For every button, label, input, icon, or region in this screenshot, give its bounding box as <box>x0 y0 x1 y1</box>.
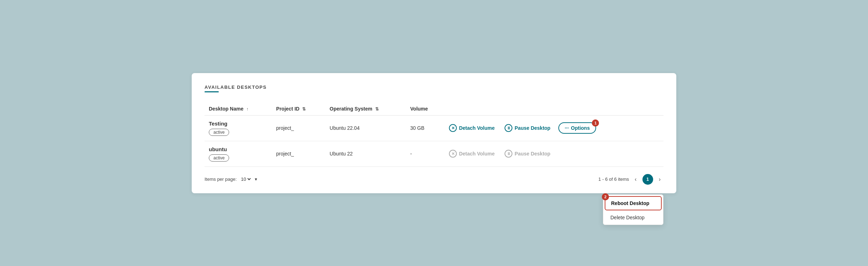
delete-desktop-item[interactable]: Delete Desktop <box>603 210 663 225</box>
items-per-page-select[interactable]: 10 25 50 <box>239 176 252 182</box>
table-footer: Items per page: 10 25 50 ▾ 1 - 6 of 6 it… <box>205 174 663 185</box>
detach-icon-1: ✕ <box>449 124 457 132</box>
actions-row-2: ✕ Detach Volume ⏸ Pause Desktop <box>447 148 659 159</box>
next-page-btn[interactable]: › <box>656 175 663 184</box>
cell-volume-2: - <box>406 141 443 167</box>
cell-name-2: ubuntu active <box>205 141 272 167</box>
col-os: Operating System ⇅ <box>325 102 406 116</box>
desktop-name-1: Testing <box>209 121 268 127</box>
cell-actions-2: ✕ Detach Volume ⏸ Pause Desktop <box>443 141 663 167</box>
actions-row-1: ✕ Detach Volume ⏸ Pause Desktop ··· Opti… <box>447 122 659 134</box>
cell-actions-1: ✕ Detach Volume ⏸ Pause Desktop ··· Opti… <box>443 115 663 141</box>
cell-name-1: Testing active <box>205 115 272 141</box>
col-desktop-name: Desktop Name ↑ <box>205 102 272 116</box>
ellipsis-icon-1: ··· <box>565 125 569 131</box>
pause-desktop-btn-2[interactable]: ⏸ Pause Desktop <box>502 148 552 159</box>
current-page-indicator: 1 <box>642 174 653 185</box>
status-badge-1: active <box>209 129 229 136</box>
col-volume: Volume <box>406 102 443 116</box>
desktops-table: Desktop Name ↑ Project ID ⇅ Operating Sy… <box>205 102 663 167</box>
cell-project-1: project_ <box>272 115 325 141</box>
cell-os-1: Ubuntu 22.04 <box>325 115 406 141</box>
items-per-page-control: Items per page: 10 25 50 ▾ <box>205 176 257 182</box>
sort-icon-name: ↑ <box>246 107 248 112</box>
options-badge-1: 1 <box>592 119 599 127</box>
reboot-desktop-item[interactable]: 2 Reboot Desktop <box>605 196 662 210</box>
pause-desktop-btn-1[interactable]: ⏸ Pause Desktop <box>502 123 552 133</box>
title-underline <box>205 91 219 92</box>
detach-volume-btn-2[interactable]: ✕ Detach Volume <box>447 148 497 159</box>
table-row: Testing active project_ Ubuntu 22.04 30 … <box>205 115 663 141</box>
detach-icon-2: ✕ <box>449 150 457 158</box>
available-desktops-card: AVAILABLE DESKTOPS Desktop Name ↑ Projec… <box>192 73 676 193</box>
status-badge-2: active <box>209 154 229 162</box>
reboot-badge-number: 2 <box>602 193 609 200</box>
sort-icon-os: ⇅ <box>375 107 379 112</box>
col-actions <box>443 102 663 116</box>
col-project-id: Project ID ⇅ <box>272 102 325 116</box>
section-title: AVAILABLE DESKTOPS <box>205 85 663 90</box>
cell-os-2: Ubuntu 22 <box>325 141 406 167</box>
items-per-page-label: Items per page: <box>205 177 237 182</box>
table-header-row: Desktop Name ↑ Project ID ⇅ Operating Sy… <box>205 102 663 116</box>
options-wrap-1: ··· Options 1 <box>558 122 596 134</box>
options-dropdown: 2 Reboot Desktop Delete Desktop <box>603 194 663 225</box>
pause-icon-1: ⏸ <box>505 124 512 132</box>
cell-volume-1: 30 GB <box>406 115 443 141</box>
pagination-controls: 1 - 6 of 6 items ‹ 1 › <box>598 174 663 185</box>
chevron-down-icon: ▾ <box>255 177 257 182</box>
cell-project-2: project_ <box>272 141 325 167</box>
table-row: ubuntu active project_ Ubuntu 22 - ✕ Det… <box>205 141 663 167</box>
prev-page-btn[interactable]: ‹ <box>632 175 639 184</box>
options-btn-1[interactable]: ··· Options 1 <box>558 122 596 134</box>
sort-icon-project: ⇅ <box>302 107 306 112</box>
desktop-name-2: ubuntu <box>209 146 268 152</box>
detach-volume-btn-1[interactable]: ✕ Detach Volume <box>447 123 497 133</box>
pause-icon-2: ⏸ <box>505 150 512 158</box>
page-range-label: 1 - 6 of 6 items <box>598 177 629 182</box>
